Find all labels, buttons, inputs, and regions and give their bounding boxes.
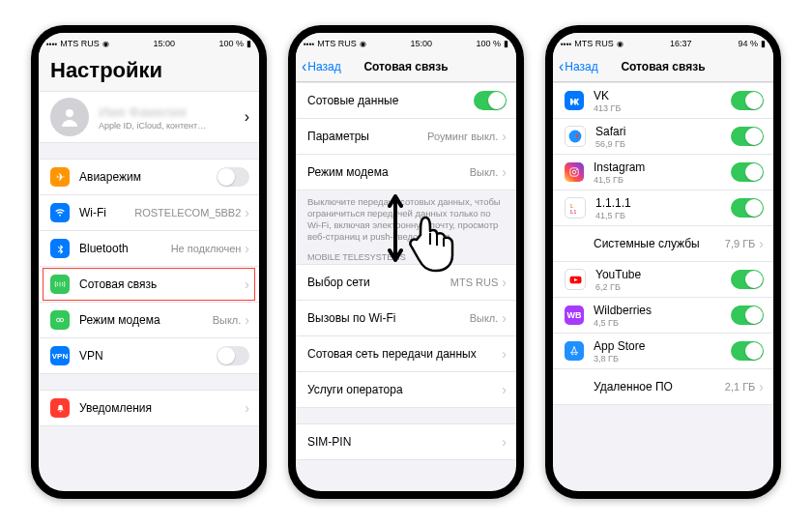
app-toggle[interactable]: [731, 341, 764, 361]
nav-bar: ‹ Назад Сотовая связь: [553, 52, 773, 82]
row-system-services[interactable]: Системные службы 7,9 ГБ ›: [553, 226, 773, 262]
row-wifi[interactable]: Wi-Fi ROSTELECOM_5BB2 ›: [39, 195, 259, 231]
status-bar: ▪▪▪▪ MTS RUS ◉ 15:00 100 % ▮: [39, 33, 259, 52]
chevron-right-icon: ›: [245, 108, 249, 126]
back-button[interactable]: ‹ Назад: [559, 58, 598, 75]
app-name: 1.1.1.1: [595, 196, 731, 210]
app-row-vk[interactable]: VK 413 ГБ: [553, 82, 773, 119]
back-label: Назад: [565, 60, 597, 73]
row-carrier-services[interactable]: Услуги оператора ›: [296, 372, 516, 408]
carrier-label: MTS RUS: [317, 39, 357, 48]
app-name: Instagram: [594, 160, 731, 174]
hotspot-icon: [50, 310, 70, 330]
safari-icon: [565, 126, 586, 147]
airplane-toggle[interactable]: [217, 167, 249, 187]
app-row-youtube[interactable]: YouTube 6,2 ГБ: [553, 262, 773, 298]
app-size: 3,8 ГБ: [594, 354, 731, 364]
chevron-right-icon: ›: [245, 241, 249, 256]
svg-point-0: [66, 109, 73, 117]
app-toggle[interactable]: [731, 270, 764, 289]
back-label: Назад: [307, 60, 340, 73]
app-row-appstore[interactable]: App Store 3,8 ГБ: [553, 334, 773, 369]
screen-3: ▪▪▪▪ MTS RUS ◉ 16:37 94 % ▮ ‹ Назад Сото…: [553, 33, 773, 491]
chevron-left-icon: ‹: [302, 58, 306, 75]
wifi-row-icon: [50, 203, 70, 222]
wifi-icon: ◉: [360, 40, 366, 48]
app-row-safari[interactable]: Safari 56,9 ГБ: [553, 119, 773, 155]
app-size: 6,2 ГБ: [595, 282, 731, 292]
row-hotspot[interactable]: Режим модема Выкл. ›: [39, 303, 259, 338]
row-airplane[interactable]: ✈ Авиарежим: [39, 159, 259, 195]
app-row-1111[interactable]: 1.1.1 1.1.1.1 41,5 ГБ: [553, 190, 773, 226]
row-label: Режим модема: [307, 165, 470, 179]
row-deleted-apps[interactable]: Удаленное ПО 2,1 ГБ ›: [553, 369, 773, 405]
chevron-right-icon: ›: [502, 382, 507, 397]
row-detail: MTS RUS: [450, 277, 499, 288]
row-label: Сотовая сеть передачи данных: [307, 347, 502, 361]
row-cellular[interactable]: Сотовая связь ›: [39, 267, 259, 303]
vpn-toggle[interactable]: [217, 346, 249, 365]
app-toggle[interactable]: [731, 127, 764, 146]
row-notifications[interactable]: Уведомления ›: [39, 390, 259, 426]
row-wifi-calling[interactable]: Вызовы по Wi-Fi Выкл. ›: [296, 301, 516, 336]
row-label: SIM-PIN: [307, 435, 502, 449]
avatar: [50, 98, 89, 136]
row-label: Уведомления: [79, 401, 245, 415]
app-name: Safari: [595, 125, 731, 138]
row-vpn[interactable]: VPN VPN: [39, 338, 259, 374]
app-size: 413 ГБ: [594, 103, 731, 113]
row-sim-pin[interactable]: SIM-PIN ›: [296, 423, 516, 460]
app-row-instagram[interactable]: Instagram 41,5 ГБ: [553, 155, 773, 190]
row-cellular-data[interactable]: Сотовые данные: [296, 82, 516, 119]
app-toggle[interactable]: [731, 306, 764, 325]
svg-text:1.1: 1.1: [569, 210, 576, 215]
app-toggle[interactable]: [731, 91, 764, 110]
status-bar: ▪▪▪▪ MTS RUS ◉ 15:00 100 % ▮: [296, 33, 516, 52]
app-name: VK: [594, 89, 731, 102]
row-bluetooth[interactable]: Bluetooth Не подключен ›: [39, 231, 259, 267]
vpn-icon: VPN: [50, 346, 70, 365]
chevron-right-icon: ›: [502, 275, 507, 290]
battery-label: 100 %: [218, 39, 244, 48]
chevron-right-icon: ›: [502, 164, 507, 180]
section-header: MOBILE TELESYSTEMS: [296, 248, 516, 264]
svg-text:1.: 1.: [569, 204, 573, 209]
appstore-icon: [565, 341, 584, 361]
row-label: Вызовы по Wi-Fi: [307, 311, 470, 325]
row-detail: Не подключен: [171, 243, 242, 254]
svg-rect-4: [570, 168, 578, 176]
app-size: 56,9 ГБ: [595, 139, 731, 149]
app-name: Wildberries: [594, 304, 731, 317]
battery-icon: ▮: [761, 39, 766, 48]
battery-label: 94 %: [738, 39, 758, 48]
row-label: Услуги оператора: [307, 383, 502, 396]
instagram-icon: [565, 162, 584, 182]
profile-cell[interactable]: Имя Фамилия Apple ID, iCloud, контент… ›: [39, 91, 259, 143]
app-row-wildberries[interactable]: WB Wildberries 4,5 ГБ: [553, 298, 773, 334]
page-title: Настройки: [39, 52, 259, 91]
wildberries-icon: WB: [565, 306, 584, 325]
app-toggle[interactable]: [731, 198, 764, 218]
signal-icon: ▪▪▪▪: [46, 40, 57, 48]
svg-point-5: [572, 170, 576, 174]
row-params[interactable]: Параметры Роуминг выкл. ›: [296, 119, 516, 155]
phone-1: ▪▪▪▪ MTS RUS ◉ 15:00 100 % ▮ Настройки И…: [31, 25, 267, 499]
back-button[interactable]: ‹ Назад: [302, 58, 341, 75]
row-label: Авиарежим: [79, 170, 217, 184]
row-network-select[interactable]: Выбор сети MTS RUS ›: [296, 264, 516, 301]
app-toggle[interactable]: [731, 162, 764, 182]
row-cellular-network[interactable]: Сотовая сеть передачи данных ›: [296, 336, 516, 372]
cellular-data-toggle[interactable]: [474, 91, 507, 110]
svg-point-1: [56, 318, 60, 322]
row-hotspot[interactable]: Режим модема Выкл. ›: [296, 155, 516, 190]
app-size: 41,5 ГБ: [594, 175, 731, 185]
row-label: Удаленное ПО: [594, 380, 725, 393]
row-detail: Выкл.: [470, 166, 499, 178]
chevron-right-icon: ›: [502, 310, 507, 326]
row-label: Выбор сети: [307, 276, 450, 289]
row-detail: Выкл.: [470, 312, 499, 324]
row-detail: Выкл.: [213, 314, 242, 326]
signal-icon: ▪▪▪▪: [304, 40, 314, 48]
chevron-right-icon: ›: [502, 434, 507, 450]
hint-text: Выключите передачу сотовых данных, чтобы…: [296, 190, 516, 248]
